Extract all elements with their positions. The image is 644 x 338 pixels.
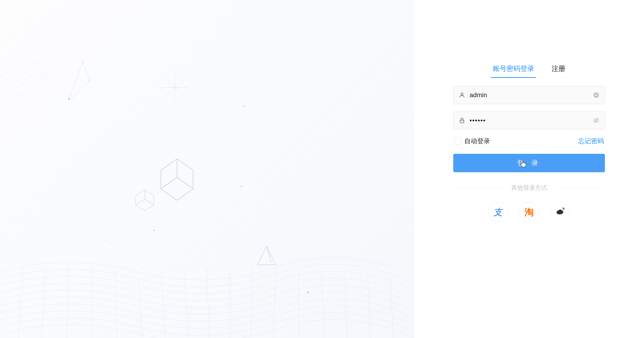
alipay-icon: 支 bbox=[493, 206, 502, 219]
svg-point-19 bbox=[230, 117, 230, 118]
auto-login-checkbox-wrapper[interactable]: 自动登录 bbox=[454, 137, 490, 145]
auth-tabs: 账号密码登录 注册 bbox=[453, 60, 605, 78]
svg-marker-9 bbox=[177, 159, 193, 189]
options-row: 自动登录 忘记密码 bbox=[453, 137, 605, 145]
svg-marker-11 bbox=[136, 190, 145, 205]
eye-off-icon[interactable] bbox=[593, 117, 600, 124]
svg-rect-21 bbox=[0, 60, 49, 100]
password-input[interactable] bbox=[453, 111, 605, 129]
auto-login-checkbox[interactable] bbox=[454, 138, 461, 145]
svg-marker-12 bbox=[145, 190, 154, 205]
social-login-row: 支 淘 bbox=[453, 202, 605, 222]
login-button-label: 登 录 bbox=[517, 158, 541, 168]
decorative-wireframe-svg bbox=[0, 0, 414, 338]
svg-point-18 bbox=[241, 186, 242, 187]
weibo-icon bbox=[556, 207, 565, 218]
alipay-login-button[interactable]: 支 bbox=[488, 202, 508, 222]
svg-point-15 bbox=[243, 105, 244, 107]
svg-point-2 bbox=[89, 80, 90, 81]
auto-login-label: 自动登录 bbox=[464, 137, 490, 145]
password-field-wrapper bbox=[453, 111, 605, 129]
svg-marker-7 bbox=[161, 177, 193, 200]
svg-point-0 bbox=[68, 98, 70, 100]
svg-point-20 bbox=[105, 240, 106, 241]
taobao-login-button[interactable]: 淘 bbox=[519, 202, 539, 222]
svg-marker-13 bbox=[258, 246, 276, 265]
tab-login[interactable]: 账号密码登录 bbox=[491, 60, 536, 78]
weibo-login-button[interactable] bbox=[550, 202, 570, 222]
svg-rect-27 bbox=[460, 120, 464, 123]
other-login-divider: 其他登录方式 bbox=[453, 184, 605, 192]
clear-icon[interactable] bbox=[593, 92, 600, 98]
user-icon bbox=[459, 92, 465, 98]
login-button[interactable]: 登 录 bbox=[453, 154, 605, 172]
login-card: 账号密码登录 注册 bbox=[453, 60, 605, 222]
svg-line-24 bbox=[4, 77, 45, 92]
other-login-title: 其他登录方式 bbox=[506, 184, 552, 192]
forgot-password-link[interactable]: 忘记密码 bbox=[578, 137, 604, 145]
lock-icon bbox=[459, 117, 465, 124]
username-input[interactable] bbox=[453, 86, 605, 104]
decorative-left-panel bbox=[0, 0, 414, 338]
svg-point-25 bbox=[461, 93, 463, 95]
svg-point-17 bbox=[307, 291, 309, 293]
svg-marker-8 bbox=[161, 159, 177, 189]
taobao-icon: 淘 bbox=[524, 206, 534, 219]
svg-point-16 bbox=[153, 230, 155, 231]
username-field-wrapper bbox=[453, 86, 605, 104]
tab-register[interactable]: 注册 bbox=[550, 60, 567, 78]
login-panel: 账号密码登录 注册 bbox=[414, 0, 644, 338]
svg-line-22 bbox=[0, 66, 41, 81]
svg-point-1 bbox=[82, 62, 83, 63]
svg-marker-10 bbox=[136, 199, 154, 211]
svg-line-23 bbox=[2, 72, 44, 87]
